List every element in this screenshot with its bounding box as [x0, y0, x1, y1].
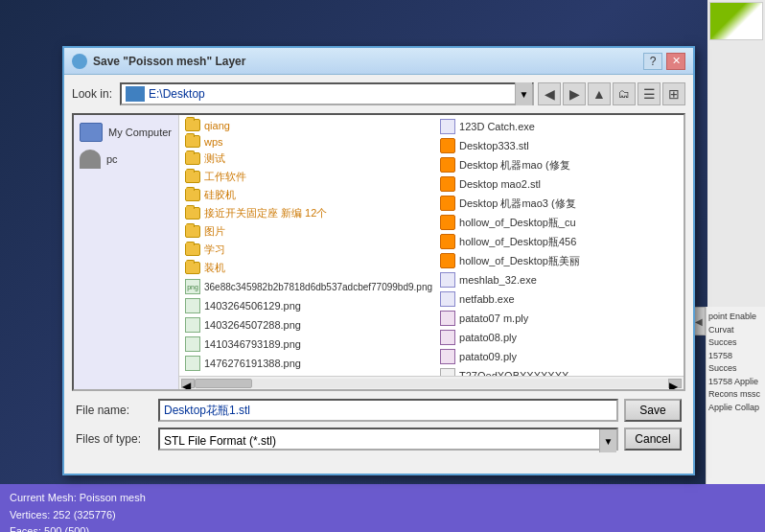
- stl-icon: [440, 176, 455, 192]
- list-item[interactable]: T27QedXOBXXXXXXX: [436, 366, 682, 376]
- list-item[interactable]: patato09.ply: [436, 347, 682, 366]
- folder-icon: [185, 262, 200, 274]
- filetype-value: STL File Format (*.stl): [160, 429, 599, 449]
- list-item[interactable]: 装机: [181, 259, 436, 277]
- exe-icon: [440, 119, 455, 134]
- scrollbar-thumb[interactable]: [195, 379, 252, 388]
- list-item[interactable]: wps: [181, 133, 436, 150]
- files-grid: qiang wps 测试: [181, 117, 682, 376]
- list-item[interactable]: hollow_of_Desktop瓶美丽: [436, 251, 682, 270]
- thumbnail: [709, 2, 763, 40]
- detail-view-button[interactable]: ⊞: [662, 82, 685, 105]
- user-icon: [80, 150, 101, 169]
- filename-label: File name:: [76, 404, 152, 417]
- place-pc[interactable]: pc: [78, 146, 174, 173]
- places-pane: My Computer pc: [74, 115, 179, 389]
- save-button[interactable]: Save: [624, 399, 682, 422]
- cancel-button[interactable]: Cancel: [624, 428, 682, 451]
- list-item[interactable]: 1410346793189.png: [181, 335, 436, 354]
- up-button[interactable]: ▲: [588, 82, 611, 105]
- list-item[interactable]: hollow_of_Desktop瓶_cu: [436, 213, 682, 232]
- status-line1: Current Mesh: Poisson mesh: [10, 490, 755, 507]
- status-line3: Faces: 500 (500): [10, 523, 755, 532]
- list-item[interactable]: patato08.ply: [436, 328, 682, 347]
- exe-icon: [440, 272, 455, 288]
- stl-icon: [440, 138, 455, 153]
- filename-input[interactable]: [158, 399, 618, 422]
- png-icon: png: [185, 279, 200, 294]
- list-item[interactable]: qiang: [181, 117, 436, 133]
- files-right-column: 123D Catch.exe Desktop333.stl Desktop 机器…: [436, 117, 682, 376]
- filetype-label: Files of type:: [76, 432, 152, 446]
- horizontal-scrollbar[interactable]: ◀ ▶: [179, 376, 684, 389]
- list-item[interactable]: Desktop333.stl: [436, 136, 682, 155]
- forward-button[interactable]: ▶: [563, 82, 586, 105]
- filetype-row: Files of type: STL File Format (*.stl) ▼…: [76, 428, 682, 451]
- list-view-button[interactable]: ☰: [638, 82, 661, 105]
- scroll-left-button[interactable]: ◀: [181, 379, 195, 388]
- list-item[interactable]: png 36e88c345982b2b7818d6db537adcbef7709…: [181, 277, 436, 296]
- stl-icon: [440, 157, 455, 173]
- dialog-body: Look in: E:\Desktop ▼ ◀ ▶ ▲ 🗂 ☰ ⊞ My C: [64, 75, 693, 464]
- ply-icon: [440, 311, 455, 326]
- look-in-row: Look in: E:\Desktop ▼ ◀ ▶ ▲ 🗂 ☰ ⊞: [72, 82, 685, 105]
- list-item[interactable]: 123D Catch.exe: [436, 117, 682, 136]
- stl-icon: [440, 196, 455, 211]
- back-button[interactable]: ◀: [538, 82, 561, 105]
- drive-icon: [126, 86, 145, 102]
- list-item[interactable]: Desktop 机器mao (修复: [436, 155, 682, 174]
- folder-icon: [185, 225, 200, 238]
- list-item[interactable]: meshlab_32.exe: [436, 270, 682, 289]
- computer-icon: [80, 123, 103, 142]
- exe-icon: [440, 291, 455, 307]
- list-item[interactable]: hollow_of_Desktop瓶456: [436, 232, 682, 251]
- place-my-computer-label: My Computer: [108, 127, 172, 138]
- stl-icon: [440, 215, 455, 230]
- list-item[interactable]: Desktop mao2.stl: [436, 174, 682, 194]
- stl-icon: [440, 234, 455, 249]
- png-icon: [185, 317, 200, 333]
- stl-icon: [440, 253, 455, 268]
- files-left-column: qiang wps 测试: [181, 117, 436, 376]
- list-item[interactable]: 学习: [181, 241, 436, 259]
- look-in-dropdown-button[interactable]: ▼: [515, 82, 532, 105]
- list-item[interactable]: 工作软件: [181, 168, 436, 186]
- folder-icon: [185, 243, 200, 256]
- status-line2: Vertices: 252 (325776): [10, 507, 755, 524]
- list-item[interactable]: netfabb.exe: [436, 289, 682, 309]
- folder-icon: [185, 119, 200, 131]
- close-button[interactable]: ✕: [666, 53, 685, 70]
- status-bar: Current Mesh: Poisson mesh Vertices: 252…: [0, 484, 765, 532]
- file-browser: My Computer pc qiang: [72, 113, 685, 391]
- list-item[interactable]: 测试: [181, 150, 436, 168]
- png-icon: [185, 336, 200, 352]
- list-item[interactable]: Desktop 机器mao3 (修复: [436, 194, 682, 213]
- folder-icon: [185, 171, 200, 183]
- place-pc-label: pc: [106, 153, 118, 165]
- list-item[interactable]: 1403264507288.png: [181, 315, 436, 335]
- new-folder-button[interactable]: 🗂: [613, 82, 636, 105]
- folder-icon: [185, 207, 200, 220]
- filetype-dropdown-button[interactable]: ▼: [599, 429, 616, 452]
- bottom-fields: File name: Save Files of type: STL File …: [72, 399, 685, 451]
- generic-icon: [440, 368, 455, 376]
- look-in-value: E:\Desktop: [149, 87, 515, 101]
- png-icon: [185, 356, 200, 371]
- ply-icon: [440, 349, 455, 364]
- files-pane[interactable]: qiang wps 测试: [179, 115, 684, 376]
- help-button[interactable]: ?: [643, 53, 662, 70]
- files-pane-container: qiang wps 测试: [179, 115, 684, 389]
- list-item[interactable]: 1403264506129.png: [181, 296, 436, 315]
- list-item[interactable]: 1476276191388.png: [181, 354, 436, 373]
- scroll-right-button[interactable]: ▶: [668, 379, 682, 388]
- list-item[interactable]: 接近开关固定座 新编 12个: [181, 204, 436, 222]
- folder-icon: [185, 189, 200, 201]
- list-item[interactable]: 图片: [181, 222, 436, 241]
- list-item[interactable]: 硅胶机: [181, 186, 436, 204]
- place-my-computer[interactable]: My Computer: [78, 119, 174, 146]
- folder-icon: [185, 152, 200, 165]
- look-in-label: Look in:: [72, 87, 112, 101]
- toolbar-buttons: ◀ ▶ ▲ 🗂 ☰ ⊞: [538, 82, 685, 105]
- folder-icon: [185, 135, 200, 148]
- list-item[interactable]: patato07 m.ply: [436, 309, 682, 328]
